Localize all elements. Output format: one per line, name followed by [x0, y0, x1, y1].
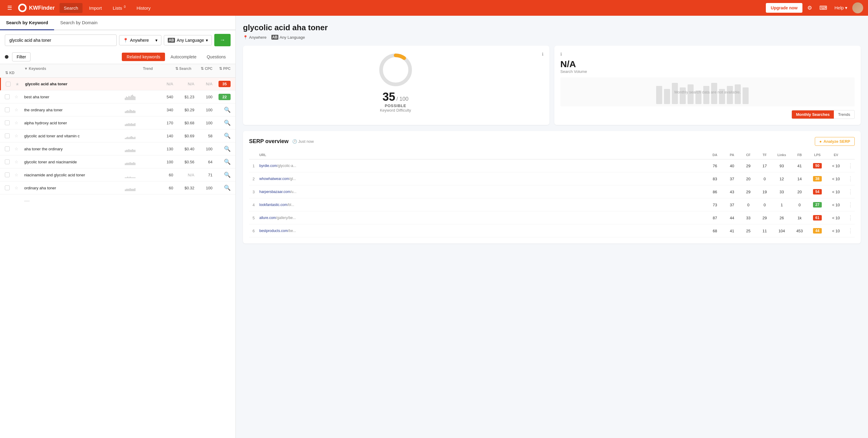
- filter-toggle-dot[interactable]: [5, 55, 8, 59]
- ev-value: < 10: [827, 164, 845, 168]
- row-star[interactable]: ☆: [14, 185, 24, 190]
- serp-row[interactable]: 6 bestproducts.com/be... 68 41 25 11 104…: [249, 225, 855, 237]
- col-da: DA: [707, 153, 723, 157]
- trend-cell: [125, 184, 149, 191]
- top-nav: ☰ KWFinder Search Import Lists 0 History…: [0, 0, 868, 16]
- cpc-value: $0.32: [173, 186, 194, 190]
- table-row[interactable]: ☆ the ordinary aha toner 340 $0.29 100 🔍: [0, 104, 236, 116]
- serp-row[interactable]: 3 harpersbazaar.com/u... 86 43 29 19 33 …: [249, 185, 855, 198]
- kd-number: 35: [382, 90, 395, 103]
- sv-info-icon[interactable]: ℹ: [560, 52, 855, 57]
- nav-search[interactable]: Search: [60, 3, 83, 13]
- settings-icon[interactable]: ⚙: [805, 3, 814, 12]
- upgrade-button[interactable]: Upgrade now: [766, 3, 802, 13]
- keyboard-icon[interactable]: ⌨: [817, 3, 830, 12]
- lps-badge: 50: [809, 163, 826, 169]
- links-value: 93: [773, 164, 790, 168]
- lps-badge: 38: [809, 176, 826, 181]
- da-value: 68: [707, 229, 723, 233]
- analyze-serp-button[interactable]: ● Analyze SERP: [815, 137, 855, 146]
- table-row[interactable]: ☆ alpha hydroxy acid toner 170 $0.68 100…: [0, 116, 236, 129]
- circle-icon: ●: [819, 139, 822, 144]
- serp-row[interactable]: 5 allure.com/gallery/be... 87 44 33 29 2…: [249, 211, 855, 225]
- row-checkbox[interactable]: [6, 82, 10, 87]
- row-checkbox[interactable]: [5, 94, 10, 99]
- row-options[interactable]: ⋮: [846, 175, 855, 182]
- nav-import[interactable]: Import: [85, 3, 106, 13]
- row-star[interactable]: ☆: [14, 120, 24, 125]
- header-search: ⇅ Search: [167, 66, 191, 71]
- nav-lists[interactable]: Lists 0: [108, 3, 130, 13]
- kd-info-icon[interactable]: ℹ: [542, 52, 544, 57]
- tf-value: 17: [757, 164, 772, 168]
- row-star[interactable]: ★: [16, 82, 25, 87]
- row-star[interactable]: ☆: [14, 134, 24, 138]
- serp-row[interactable]: 4 lookfantastic.com/bl... 73 37 0 0 1 0 …: [249, 198, 855, 211]
- serp-url[interactable]: lookfantastic.com/bl...: [259, 203, 705, 207]
- row-checkbox[interactable]: [5, 146, 10, 151]
- row-options[interactable]: ⋮: [846, 163, 855, 169]
- location-selector[interactable]: 📍 Anywhere ▾: [119, 35, 161, 46]
- help-button[interactable]: Help ▾: [832, 4, 850, 12]
- row-star[interactable]: ☆: [14, 172, 24, 177]
- svg-rect-6: [688, 84, 693, 104]
- kd-cell: 🔍: [213, 146, 230, 152]
- table-row[interactable]: ☆ glycolic acid toner and vitamin c 140 …: [0, 129, 236, 143]
- row-checkbox[interactable]: [5, 172, 10, 177]
- location-pin-icon: 📍: [123, 38, 128, 42]
- tab-autocomplete[interactable]: Autocomplete: [166, 53, 201, 61]
- cpc-value: $0.40: [173, 147, 194, 151]
- row-options[interactable]: ⋮: [846, 214, 855, 221]
- search-value: 170: [149, 121, 173, 125]
- tab-monthly-searches[interactable]: Monthly Searches: [792, 110, 834, 119]
- search-value: N/A: [149, 82, 173, 86]
- table-row[interactable]: ☆ glycolic toner and niacinamide 100 $0.…: [0, 155, 236, 169]
- row-checkbox[interactable]: [5, 185, 10, 190]
- table-row[interactable]: ☆ aha toner the ordinary 130 $0.40 100 🔍: [0, 143, 236, 155]
- serp-row[interactable]: 2 whowhatwear.com/gl... 83 37 20 0 12 14…: [249, 172, 855, 185]
- col-lps: LPS: [809, 153, 826, 157]
- filter-bar: Filter Related keywords Autocomplete Que…: [0, 50, 236, 64]
- row-checkbox[interactable]: [5, 134, 10, 138]
- row-checkbox[interactable]: [5, 107, 10, 112]
- row-checkbox[interactable]: [5, 159, 10, 164]
- keyword-input[interactable]: [5, 34, 117, 46]
- row-options[interactable]: ⋮: [846, 188, 855, 195]
- serp-url[interactable]: allure.com/gallery/be...: [259, 216, 705, 220]
- svg-point-0: [381, 55, 410, 84]
- serp-row[interactable]: 1 byrdie.com/glycolic-a... 76 40 29 17 9…: [249, 159, 855, 172]
- language-selector[interactable]: AB Any Language ▾: [164, 35, 212, 46]
- serp-url[interactable]: harpersbazaar.com/u...: [259, 189, 705, 194]
- serp-url[interactable]: bestproducts.com/be...: [259, 229, 705, 233]
- table-row[interactable]: ☆ best aha toner 540: [0, 90, 236, 104]
- lps-badge: 44: [809, 228, 826, 234]
- cpc-value: $1.23: [173, 95, 194, 99]
- user-avatar[interactable]: [852, 2, 863, 13]
- table-row[interactable]: ☆ niacinamide and glycolic acid toner 60…: [0, 169, 236, 181]
- search-button[interactable]: →: [214, 34, 230, 46]
- header-cpc: ⇅ CPC: [191, 66, 213, 71]
- nav-history[interactable]: History: [132, 3, 155, 13]
- row-options[interactable]: ⋮: [846, 201, 855, 208]
- tab-trends[interactable]: Trends: [834, 110, 855, 119]
- tab-related-keywords[interactable]: Related keywords: [122, 53, 165, 61]
- row-star[interactable]: ☆: [14, 107, 24, 112]
- row-options[interactable]: ⋮: [846, 228, 855, 234]
- tab-search-by-domain[interactable]: Search by Domain: [54, 16, 103, 30]
- col-ev: EV: [827, 153, 845, 157]
- cpc-value: N/A: [173, 82, 194, 86]
- filter-button[interactable]: Filter: [12, 52, 31, 61]
- table-row[interactable]: ★ glycolic acid aha toner N/A N/A N/A 35: [0, 78, 236, 90]
- serp-url[interactable]: whowhatwear.com/gl...: [259, 177, 705, 181]
- row-star[interactable]: ☆: [14, 146, 24, 151]
- row-star[interactable]: ☆: [14, 94, 24, 99]
- tab-questions[interactable]: Questions: [202, 53, 230, 61]
- row-star[interactable]: ☆: [14, 159, 24, 164]
- links-value: 104: [773, 229, 790, 233]
- hamburger-menu[interactable]: ☰: [5, 3, 14, 12]
- pa-value: 37: [724, 177, 740, 181]
- row-checkbox[interactable]: [5, 120, 10, 125]
- table-row[interactable]: ☆ ordinary aha toner 60 $0.32 100 🔍: [0, 181, 236, 195]
- tab-search-by-keyword[interactable]: Search by Keyword: [0, 16, 54, 30]
- serp-url[interactable]: byrdie.com/glycolic-a...: [259, 164, 705, 168]
